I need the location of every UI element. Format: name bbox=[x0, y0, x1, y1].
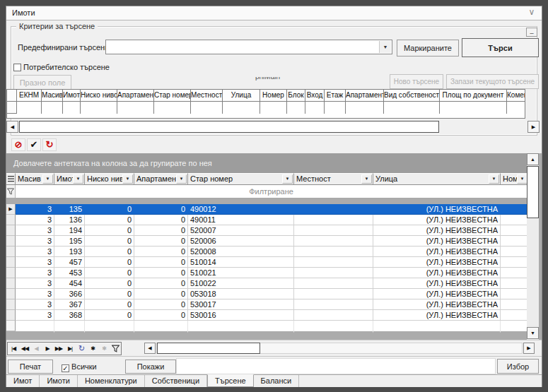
all-checkbox[interactable]: ✓ Всички bbox=[62, 362, 97, 372]
table-row[interactable]: 319500520006(УЛ.) НЕИЗВЕСТНА bbox=[6, 236, 527, 247]
grid-vertical-scrollbar[interactable]: ▲ ▼ bbox=[527, 153, 539, 340]
criteria-column-header[interactable]: Площ по документ bbox=[440, 90, 507, 102]
criteria-empty-cell[interactable] bbox=[260, 102, 287, 114]
column-filter-dropdown-icon[interactable]: ▼ bbox=[122, 174, 133, 184]
search-button[interactable]: Търси bbox=[462, 38, 539, 57]
criteria-scroll-right-button[interactable]: ▶ bbox=[527, 121, 540, 133]
group-by-bar[interactable]: Довлачете антетката на колона за да груп… bbox=[6, 153, 527, 173]
criteria-column-header[interactable]: Имот bbox=[63, 90, 81, 102]
show-button[interactable]: Покажи bbox=[125, 360, 176, 374]
criteria-column-header[interactable]: Стар номер bbox=[154, 90, 191, 102]
filter-row[interactable]: Филтриране bbox=[6, 185, 527, 198]
new-search-button[interactable]: Ново търсене bbox=[390, 74, 443, 89]
criteria-column-header[interactable]: Етаж bbox=[325, 90, 346, 102]
criteria-column-header[interactable]: Блок bbox=[287, 90, 305, 102]
tab-Собственици[interactable]: Собственици bbox=[145, 375, 207, 387]
criteria-empty-cell[interactable] bbox=[384, 102, 440, 114]
criteria-empty-cell[interactable] bbox=[191, 102, 223, 114]
tab-Имоти[interactable]: Имоти bbox=[40, 375, 78, 387]
criteria-empty-cell[interactable] bbox=[154, 102, 191, 114]
empty-field-button[interactable]: Празно поле bbox=[13, 75, 71, 90]
criteria-empty-cell[interactable] bbox=[287, 102, 305, 114]
criteria-column-header[interactable]: Апартамент bbox=[117, 90, 154, 102]
nav-filter-button[interactable] bbox=[110, 343, 121, 355]
column-chooser-icon[interactable] bbox=[6, 173, 16, 185]
table-row[interactable]: 345700510014(УЛ.) НЕИЗВЕСТНА bbox=[6, 257, 527, 268]
nav-prior-page-button[interactable]: ◀◀ bbox=[19, 343, 30, 355]
grid-scroll-left-button[interactable]: ◀ bbox=[144, 343, 156, 354]
grid-column-header-ulitsa[interactable]: Улица▼ bbox=[373, 173, 501, 185]
table-row[interactable]: 319300520008(УЛ.) НЕИЗВЕСТНА bbox=[6, 247, 527, 257]
grid-column-header-star_nomer[interactable]: Стар номер▼ bbox=[188, 173, 294, 185]
nav-first-button[interactable]: |◀ bbox=[8, 343, 19, 355]
criteria-empty-cell[interactable] bbox=[63, 102, 81, 114]
grid-column-header-apartament[interactable]: Апартамент▼ bbox=[134, 173, 188, 185]
user-search-checkbox[interactable]: Потребителско търсене bbox=[13, 63, 110, 71]
criteria-column-header[interactable]: Местност bbox=[191, 90, 223, 102]
grid-column-header-nomer[interactable]: Номер▼ bbox=[501, 173, 527, 185]
criteria-empty-cell[interactable] bbox=[42, 102, 63, 114]
criteria-column-header[interactable]: Коментар bbox=[507, 90, 525, 102]
tab-Имот[interactable]: Имот bbox=[6, 375, 40, 387]
criteria-column-header[interactable]: Номер bbox=[260, 90, 287, 102]
column-filter-dropdown-icon[interactable]: ▼ bbox=[176, 174, 187, 184]
collapse-button[interactable]: _ bbox=[526, 28, 537, 37]
combo-arrow-icon[interactable]: ▼ bbox=[379, 41, 391, 53]
column-filter-dropdown-icon[interactable]: ▼ bbox=[282, 174, 293, 184]
criteria-column-header[interactable]: Улица bbox=[223, 90, 260, 102]
criteria-empty-cell[interactable] bbox=[305, 102, 325, 114]
predefined-search-combobox[interactable]: ▼ bbox=[105, 40, 392, 54]
user-search-checkbox-box[interactable] bbox=[13, 64, 21, 71]
criteria-column-header[interactable]: Вид собственост bbox=[384, 90, 440, 102]
table-row[interactable]: 313600490011(УЛ.) НЕИЗВЕСТНА bbox=[6, 215, 527, 225]
criteria-column-header[interactable]: Масив bbox=[42, 90, 63, 102]
criteria-column-header[interactable]: Апартамент bbox=[346, 90, 384, 102]
table-row[interactable]: 336700530017(УЛ.) НЕИЗВЕСТНА bbox=[6, 299, 527, 310]
tab-Номенклатури[interactable]: Номенклатури bbox=[78, 375, 145, 387]
criteria-column-header[interactable]: Ниско ниво bbox=[81, 90, 117, 102]
column-filter-dropdown-icon[interactable]: ▼ bbox=[517, 174, 527, 184]
criteria-empty-cell[interactable] bbox=[17, 102, 42, 114]
criteria-scroll-left-button[interactable]: ◀ bbox=[6, 121, 18, 133]
nav-prior-button[interactable]: ◀ bbox=[30, 343, 42, 355]
grid-scroll-down-button[interactable]: ▼ bbox=[527, 327, 539, 339]
table-row[interactable]: 336800530016(УЛ.) НЕИЗВЕСТНА bbox=[6, 310, 527, 321]
grid-column-header-nisko_nivo[interactable]: Ниско ниво▼ bbox=[85, 173, 134, 185]
grid-scroll-right-button[interactable]: ▶ bbox=[523, 343, 535, 354]
criteria-empty-cell[interactable] bbox=[507, 102, 525, 114]
criteria-empty-cell[interactable] bbox=[223, 102, 260, 114]
tab-Търсене[interactable]: Търсене bbox=[207, 374, 254, 387]
tab-Баланси[interactable]: Баланси bbox=[254, 375, 300, 387]
table-row[interactable]: 319400520007(УЛ.) НЕИЗВЕСТНА bbox=[6, 225, 527, 236]
grid-column-header-masiv[interactable]: Масив▼ bbox=[16, 173, 54, 185]
table-row[interactable]: 345400510022(УЛ.) НЕИЗВЕСТНА bbox=[6, 278, 527, 289]
criteria-column-header[interactable]: ЕКНМ bbox=[17, 90, 42, 102]
save-search-button[interactable]: Запази текущото търсене bbox=[446, 74, 539, 89]
nav-last-button[interactable]: ▶| bbox=[64, 343, 76, 355]
criteria-column-header[interactable]: Вход bbox=[305, 90, 325, 102]
nav-next-button[interactable]: ▶ bbox=[42, 343, 53, 355]
criteria-table-empty-row[interactable] bbox=[7, 102, 525, 114]
criteria-scrollbar-thumb[interactable] bbox=[19, 121, 439, 133]
table-row[interactable]: 336600053018(УЛ.) НЕИЗВЕСТНА bbox=[6, 289, 527, 299]
criteria-empty-cell[interactable] bbox=[440, 102, 507, 114]
nav-insert-button[interactable]: ✱ bbox=[87, 343, 98, 355]
nav-refresh-button[interactable]: ↻ bbox=[76, 343, 87, 355]
criteria-empty-cell[interactable] bbox=[117, 102, 154, 114]
refresh-icon[interactable]: ↻ bbox=[42, 138, 57, 151]
table-row[interactable]: ▶313500490012(УЛ.) НЕИЗВЕСТНА bbox=[6, 204, 527, 215]
column-filter-dropdown-icon[interactable]: ▼ bbox=[361, 174, 372, 184]
select-button[interactable]: Избор bbox=[497, 359, 539, 374]
criteria-empty-cell[interactable] bbox=[81, 102, 117, 114]
nav-next-page-button[interactable]: ▶▶ bbox=[53, 343, 64, 355]
grid-column-header-mestnost[interactable]: Местност▼ bbox=[294, 173, 373, 185]
criteria-empty-cell[interactable] bbox=[325, 102, 346, 114]
cancel-icon[interactable]: ⊘ bbox=[11, 138, 25, 151]
nav-post-button[interactable]: ✱ bbox=[98, 343, 110, 355]
column-filter-dropdown-icon[interactable]: ▼ bbox=[73, 174, 83, 184]
grid-scrollbar-thumb[interactable] bbox=[527, 166, 539, 218]
column-filter-dropdown-icon[interactable]: ▼ bbox=[489, 174, 499, 184]
all-checkbox-box[interactable]: ✓ bbox=[62, 364, 69, 372]
confirm-icon[interactable]: ✔ bbox=[27, 138, 41, 151]
column-filter-dropdown-icon[interactable]: ▼ bbox=[42, 174, 53, 184]
